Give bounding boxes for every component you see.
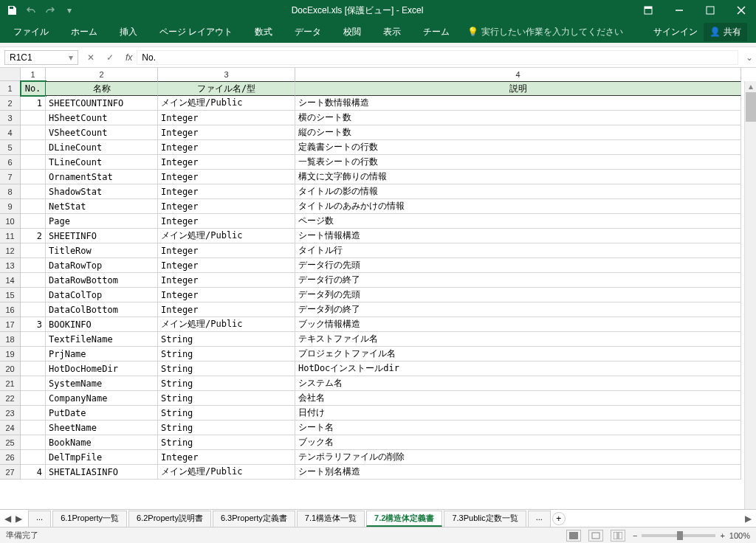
cell-no[interactable] [21,258,46,273]
sheet-tab[interactable]: 6.1Property一覧 [52,511,127,527]
row-header[interactable]: 27 [0,465,20,480]
tab-review[interactable]: 校閲 [333,21,371,43]
cell-no[interactable] [21,421,46,435]
close-button[interactable] [726,0,756,21]
tab-data[interactable]: データ [284,21,331,43]
row-header[interactable]: 16 [0,302,20,317]
cell-name[interactable]: NetStat [46,199,158,214]
tab-scroll-right-icon[interactable]: ▶ [745,513,752,524]
row-header[interactable]: 22 [0,391,20,406]
row-header[interactable]: 4 [0,125,20,140]
cell-name[interactable]: BOOKINFO [46,317,158,332]
cell-desc[interactable]: ブック情報構造 [295,317,741,332]
row-header[interactable]: 5 [0,140,20,155]
cell-name[interactable]: DataRowTop [46,258,158,273]
cell-no[interactable] [21,214,46,229]
cell-desc[interactable]: データ行の先頭 [295,258,741,273]
formula-bar-expand-icon[interactable]: ⌄ [743,52,756,63]
row-header[interactable]: 8 [0,184,20,199]
zoom-level[interactable]: 100% [729,531,750,540]
cell-no[interactable] [21,199,46,214]
scrollbar-thumb[interactable] [746,92,756,122]
row-header[interactable]: 15 [0,288,20,302]
cell-desc[interactable]: 一覧表シートの行数 [295,155,741,170]
redo-icon[interactable] [44,4,56,16]
cell-no[interactable] [21,184,46,199]
col-header-1[interactable]: 1 [21,68,46,81]
cell-file[interactable]: Integer [158,214,295,229]
cell-no[interactable] [21,111,46,125]
tab-formulas[interactable]: 数式 [244,21,283,43]
cell-no[interactable]: 2 [21,229,46,243]
vertical-scrollbar[interactable]: ▴ [744,81,756,509]
sheet-tab[interactable]: 7.2構造体定義書 [366,511,442,527]
row-header[interactable]: 23 [0,406,20,421]
tab-home[interactable]: ホーム [61,21,108,43]
cell-desc[interactable]: タイトルのあみかけの情報 [295,199,741,214]
cell-desc[interactable]: データ列の終了 [295,302,741,317]
cell-file[interactable]: String [158,435,295,450]
cell-desc[interactable]: シート数情報構造 [295,96,741,111]
tab-insert[interactable]: 挿入 [109,21,148,43]
row-header[interactable]: 24 [0,421,20,435]
sheet-tab[interactable]: 6.2Property説明書 [128,511,211,527]
tab-nav-prev-icon[interactable]: ◀ [4,513,11,524]
cell-file[interactable]: Integer [158,302,295,317]
cell-name[interactable]: CompanyName [46,391,158,406]
cell-no[interactable] [21,125,46,140]
cell-no[interactable]: 1 [21,96,46,111]
cell-desc[interactable]: テンポラリファイルの削除 [295,450,741,465]
share-button[interactable]: 👤 共有 [704,23,747,41]
cell-desc[interactable]: データ列の先頭 [295,288,741,302]
maximize-button[interactable] [695,0,725,21]
cell-file[interactable]: Integer [158,258,295,273]
tab-file[interactable]: ファイル [3,21,59,43]
cell-file[interactable]: String [158,421,295,435]
col-header-2[interactable]: 2 [46,68,158,81]
signin-link[interactable]: サインイン [653,26,698,38]
cell-file[interactable]: メイン処理/Public [158,96,295,111]
header-desc[interactable]: 説明 [295,81,741,96]
cell-name[interactable]: TextFileName [46,332,158,347]
cell-name[interactable]: HotDocHomeDir [46,362,158,376]
cell-name[interactable]: SHETALIASINFO [46,465,158,480]
col-header-3[interactable]: 3 [158,68,295,81]
cell-name[interactable]: VSheetCount [46,125,158,140]
cell-name[interactable]: DataColTop [46,288,158,302]
cell-no[interactable] [21,288,46,302]
name-box[interactable]: R1C1 ▾ [4,50,78,65]
cell-desc[interactable]: 縦のシート数 [295,125,741,140]
cell-file[interactable]: Integer [158,199,295,214]
tab-team[interactable]: チーム [413,21,460,43]
cell-file[interactable]: Integer [158,111,295,125]
cell-file[interactable]: Integer [158,288,295,302]
tab-nav-next-icon[interactable]: ▶ [16,513,22,524]
cell-name[interactable]: SheetName [46,421,158,435]
cell-desc[interactable]: ページ数 [295,214,741,229]
cell-name[interactable]: TitleRow [46,243,158,258]
cell-file[interactable]: Integer [158,450,295,465]
cell-file[interactable]: String [158,362,295,376]
select-all-corner[interactable] [0,68,21,81]
cell-file[interactable]: Integer [158,273,295,288]
zoom-out-button[interactable]: − [633,531,637,540]
sheet-tab[interactable]: ... [28,511,51,527]
qat-dropdown-icon[interactable]: ▾ [63,4,75,16]
cell-no[interactable] [21,435,46,450]
cell-file[interactable]: String [158,391,295,406]
save-icon[interactable] [6,4,18,16]
cell-no[interactable] [21,391,46,406]
row-header[interactable]: 19 [0,347,20,362]
cell-name[interactable]: DelTmpFile [46,450,158,465]
tab-view[interactable]: 表示 [373,21,411,43]
insert-function-icon[interactable]: fx [121,52,137,63]
cell-desc[interactable]: 会社名 [295,391,741,406]
row-header[interactable]: 20 [0,362,20,376]
zoom-slider[interactable] [642,534,715,537]
row-header[interactable]: 13 [0,258,20,273]
cell-name[interactable]: SHEETINFO [46,229,158,243]
cell-desc[interactable]: テキストファイル名 [295,332,741,347]
sheet-tab[interactable]: 7.3Public定数一覧 [444,511,526,527]
header-no[interactable]: No. [21,81,46,96]
cell-name[interactable]: ShadowStat [46,184,158,199]
